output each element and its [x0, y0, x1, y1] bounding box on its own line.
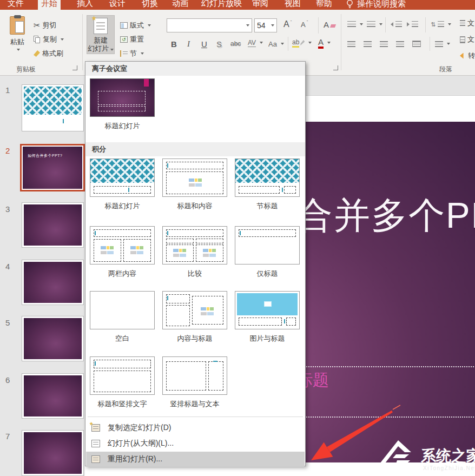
layout-title-and-vertical-text[interactable]: 标题和竖排文字	[89, 356, 156, 409]
tab-home[interactable]: 开始	[38, 0, 61, 10]
placeholder-box	[196, 239, 223, 243]
tell-me-search[interactable]: 操作说明搜索	[346, 0, 406, 10]
placeholder-box	[94, 229, 151, 237]
convert-smartart-button[interactable]: 转	[460, 50, 475, 62]
change-case-button[interactable]: Aa	[268, 38, 284, 50]
increase-indent-button[interactable]	[407, 18, 418, 30]
reset-label: 重置	[130, 35, 144, 44]
indent-right-icon	[407, 22, 410, 27]
align-center-button[interactable]	[364, 38, 372, 50]
tab-slideshow[interactable]: 幻灯片放映	[198, 0, 245, 10]
layout-content-with-caption[interactable]: 内容与标题	[161, 291, 228, 343]
layout-section-header[interactable]: 节标题	[234, 158, 301, 211]
new-slide-button[interactable]: 新建 幻灯片	[87, 15, 115, 54]
smartart-icon	[460, 53, 466, 59]
copy-button[interactable]: 复制	[34, 34, 64, 45]
slide1-pattern	[24, 87, 82, 115]
layout-vertical-title-and-text[interactable]: 竖排标题与文本	[161, 356, 228, 409]
duplicate-slide-icon	[91, 424, 100, 432]
slide-thumbnail-2[interactable]: 如何合并多个PPT?	[20, 144, 85, 191]
align-text-icon	[460, 36, 465, 43]
placeholder-box	[166, 305, 190, 326]
distribute-button[interactable]	[412, 38, 421, 50]
align-right-button[interactable]	[380, 38, 388, 50]
font-size-combo[interactable]: 54	[254, 18, 277, 32]
slide-thumbnail-4[interactable]	[22, 260, 84, 305]
layout-label: 图片与标题	[234, 334, 301, 343]
numbering-button[interactable]	[367, 18, 382, 30]
lightbulb-icon	[346, 0, 353, 9]
slide-thumbnail-3[interactable]	[22, 202, 84, 248]
ribbon-tab-bar: 文件 开始 插入 设计 切换 动画 幻灯片放映 审阅 视图 帮助 操作说明搜索	[0, 0, 475, 10]
content-icons	[173, 249, 186, 257]
line-spacing-button[interactable]: ⇅	[431, 18, 451, 30]
underline-button[interactable]: U	[201, 38, 207, 50]
menu-reuse-slides[interactable]: 重用幻灯片(R)...	[86, 452, 305, 467]
slide-number-1: 1	[5, 85, 10, 95]
layout-title-slide[interactable]: 标题幻灯片	[89, 158, 156, 211]
shrink-font-button[interactable]: Aˇ	[301, 18, 308, 30]
slide-thumbnail-6[interactable]	[22, 373, 84, 419]
tab-file[interactable]: 文件	[4, 0, 27, 10]
content-icons	[203, 249, 216, 257]
section-button[interactable]: 节	[120, 48, 144, 60]
italic-button[interactable]: I	[187, 38, 190, 50]
grow-font-button[interactable]: Aˆ	[283, 18, 292, 30]
placeholder-box	[284, 186, 296, 194]
layout-button[interactable]: 版式	[120, 19, 151, 31]
slide-number-3: 3	[5, 204, 10, 214]
layout-label: 内容与标题	[161, 334, 228, 343]
justify-button[interactable]	[396, 38, 404, 50]
cut-button[interactable]: ✂ 剪切	[34, 19, 57, 31]
watermark-logo-icon	[378, 436, 422, 470]
strikethrough-button[interactable]: abc	[230, 38, 241, 50]
layout-title-only[interactable]: 仅标题	[234, 226, 301, 279]
paste-dropdown-caret	[17, 49, 20, 51]
align-right-icon	[380, 41, 388, 47]
bullets-button[interactable]	[347, 18, 363, 30]
watermark-brand: 系统之家	[421, 446, 475, 466]
tab-help[interactable]: 帮助	[313, 0, 335, 10]
menu-duplicate-selected-slides[interactable]: 复制选定幻灯片(D)	[86, 420, 305, 435]
paste-button[interactable]: 粘贴	[5, 16, 29, 51]
tab-animations[interactable]: 动画	[169, 0, 192, 10]
clipboard-dialog-launcher[interactable]	[72, 65, 77, 70]
clear-formatting-button[interactable]: A	[324, 18, 335, 30]
font-dialog-launcher[interactable]	[333, 65, 338, 70]
tab-design[interactable]: 设计	[106, 0, 129, 10]
format-painter-button[interactable]: 格式刷	[34, 48, 63, 60]
layout-two-content[interactable]: 两栏内容	[89, 226, 156, 279]
decrease-indent-button[interactable]	[391, 18, 402, 30]
layout-title-and-content[interactable]: 标题和内容	[161, 158, 228, 211]
layout-blank[interactable]: 空白	[89, 291, 156, 343]
menu-section-title-2: 积分	[85, 142, 305, 156]
reset-button[interactable]: ↺ 重置	[120, 34, 144, 45]
slide-thumbnail-5[interactable]	[22, 316, 84, 361]
layout-title-slide-ion[interactable]: 标题幻灯片	[89, 78, 156, 131]
slide-thumbnail-7[interactable]	[22, 430, 84, 476]
tab-transitions[interactable]: 切换	[138, 0, 161, 10]
text-direction-button[interactable]: 文	[460, 17, 474, 29]
placeholder-box	[239, 318, 282, 326]
reuse-slides-icon	[91, 455, 100, 463]
placeholder-box	[94, 360, 151, 368]
align-left-button[interactable]	[347, 38, 355, 50]
character-spacing-button[interactable]: AV	[248, 37, 263, 49]
columns-button[interactable]	[435, 38, 450, 50]
highlight-color-button[interactable]: ab	[292, 37, 312, 49]
font-color-button[interactable]: A	[318, 37, 331, 49]
font-name-combo[interactable]	[167, 18, 252, 32]
tab-view[interactable]: 视图	[281, 0, 304, 10]
new-slide-icon	[94, 18, 108, 34]
tab-insert[interactable]: 插入	[74, 0, 96, 10]
layout-comparison[interactable]: 比较	[161, 226, 228, 279]
align-text-button[interactable]: 文	[460, 34, 474, 45]
text-shadow-button[interactable]: S	[216, 38, 222, 50]
tab-review[interactable]: 审阅	[249, 0, 272, 10]
slide-thumbnail-panel: 1 2 如何合并多个PPT? 3 4 5 6 7	[0, 76, 85, 476]
slide-thumbnail-1[interactable]	[22, 84, 84, 131]
menu-slides-from-outline[interactable]: 幻灯片(从大纲)(L)...	[86, 436, 305, 451]
bold-button[interactable]: B	[171, 38, 177, 50]
font-size-value: 54	[257, 21, 266, 30]
layout-picture-with-caption[interactable]: 图片与标题	[234, 291, 301, 343]
